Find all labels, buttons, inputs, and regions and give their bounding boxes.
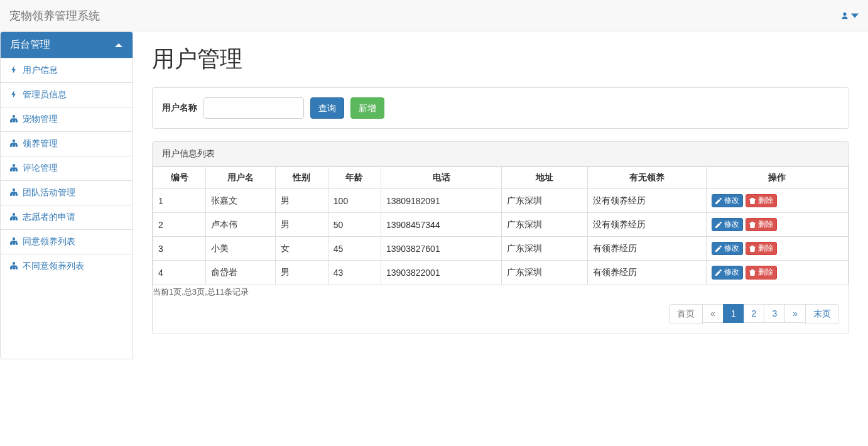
search-input[interactable] xyxy=(203,97,304,119)
sidebar-link[interactable]: 领养管理 xyxy=(1,132,133,156)
delete-button[interactable]: 删除 xyxy=(746,194,777,207)
trash-icon xyxy=(749,246,756,252)
table-cell-address: 广东深圳 xyxy=(502,189,588,213)
edit-button[interactable]: 修改 xyxy=(712,242,743,255)
pagination-page[interactable]: 1 xyxy=(723,304,744,323)
sidebar-item: 同意领养列表 xyxy=(1,229,133,254)
pencil-icon xyxy=(715,246,722,252)
table-cell-gender: 男 xyxy=(275,261,328,285)
table-cell-age: 45 xyxy=(328,237,381,261)
table-cell-ops: 修改 删除 xyxy=(706,189,848,213)
edit-button-label: 修改 xyxy=(724,219,739,230)
pagination-next[interactable]: » xyxy=(784,304,806,323)
table-cell-phone: 13809182091 xyxy=(381,189,502,213)
table-cell-address: 广东深圳 xyxy=(502,237,588,261)
sitemap-icon xyxy=(10,212,18,222)
table-cell-username: 卢本伟 xyxy=(206,213,275,237)
navbar: 宠物领养管理系统 xyxy=(0,0,868,31)
table-cell-adoption: 有领养经历 xyxy=(587,237,706,261)
sidebar-link[interactable]: 管理员信息 xyxy=(1,83,133,107)
sidebar-item-label: 团队活动管理 xyxy=(23,187,75,199)
sidebar-item-label: 志愿者的申请 xyxy=(23,212,75,223)
table-cell-adoption: 没有领养经历 xyxy=(587,213,706,237)
edit-button[interactable]: 修改 xyxy=(712,266,743,279)
sitemap-icon xyxy=(10,237,18,247)
pagination-first[interactable]: 首页 xyxy=(669,304,703,324)
chevron-up-icon xyxy=(114,41,123,50)
pagination-last[interactable]: 末页 xyxy=(805,304,839,324)
sidebar-item-label: 管理员信息 xyxy=(23,89,67,101)
table-cell-username: 小美 xyxy=(206,237,275,261)
table-column-header: 地址 xyxy=(502,167,588,189)
sidebar-item: 用户信息 xyxy=(1,58,133,82)
delete-button[interactable]: 删除 xyxy=(746,266,777,279)
table-cell-gender: 女 xyxy=(275,237,328,261)
sitemap-icon xyxy=(10,188,18,198)
table-row: 4俞岱岩男4313903822001广东深圳有领养经历修改 删除 xyxy=(153,261,849,285)
table-column-header: 性别 xyxy=(275,167,328,189)
table-column-header: 用户名 xyxy=(206,167,275,189)
table-row: 3小美女4513903827601广东深圳有领养经历修改 删除 xyxy=(153,237,849,261)
table-cell-id: 1 xyxy=(153,189,206,213)
search-button[interactable]: 查询 xyxy=(310,97,344,119)
sidebar-link[interactable]: 同意领养列表 xyxy=(1,230,133,254)
flash-icon xyxy=(10,90,18,100)
sidebar-link[interactable]: 志愿者的申请 xyxy=(1,205,133,229)
sidebar-link[interactable]: 用户信息 xyxy=(1,58,133,82)
sidebar-item: 不同意领养列表 xyxy=(1,254,133,278)
edit-button-label: 修改 xyxy=(724,243,739,254)
table-cell-id: 2 xyxy=(153,213,206,237)
table-cell-age: 50 xyxy=(328,213,381,237)
delete-button[interactable]: 删除 xyxy=(746,242,777,255)
sidebar-item: 团队活动管理 xyxy=(1,180,133,205)
table-cell-gender: 男 xyxy=(275,213,328,237)
pagination-prev[interactable]: « xyxy=(702,304,724,323)
edit-button[interactable]: 修改 xyxy=(712,218,743,231)
sidebar-link[interactable]: 不同意领养列表 xyxy=(1,254,133,278)
table-column-header: 年龄 xyxy=(328,167,381,189)
table-cell-address: 广东深圳 xyxy=(502,213,588,237)
edit-button[interactable]: 修改 xyxy=(712,194,743,207)
sitemap-icon xyxy=(10,163,18,173)
user-menu[interactable] xyxy=(841,12,859,19)
table-cell-username: 俞岱岩 xyxy=(206,261,275,285)
table-cell-ops: 修改 删除 xyxy=(706,237,848,261)
table-column-header: 电话 xyxy=(381,167,502,189)
sidebar: 后台管理 用户信息管理员信息宠物管理领养管理评论管理团队活动管理志愿者的申请同意… xyxy=(0,31,133,359)
pagination-page[interactable]: 2 xyxy=(744,304,765,323)
sidebar-item-label: 不同意领养列表 xyxy=(23,261,84,272)
table-cell-address: 广东深圳 xyxy=(502,261,588,285)
table-column-header: 操作 xyxy=(706,167,848,189)
sidebar-item-label: 同意领养列表 xyxy=(23,236,75,247)
sidebar-link[interactable]: 评论管理 xyxy=(1,156,133,180)
table-cell-adoption: 有领养经历 xyxy=(587,261,706,285)
sidebar-item-label: 领养管理 xyxy=(23,138,58,150)
delete-button[interactable]: 删除 xyxy=(746,218,777,231)
pagination: 首页«123»末页 xyxy=(162,304,839,324)
edit-button-label: 修改 xyxy=(724,267,739,278)
add-button[interactable]: 新增 xyxy=(350,97,384,119)
sidebar-link[interactable]: 宠物管理 xyxy=(1,107,133,131)
pencil-icon xyxy=(715,269,722,276)
pagination-page[interactable]: 3 xyxy=(764,304,785,323)
navbar-brand[interactable]: 宠物领养管理系统 xyxy=(9,8,100,23)
table-cell-phone: 13908457344 xyxy=(381,213,502,237)
sidebar-item-label: 评论管理 xyxy=(23,163,58,174)
sidebar-heading[interactable]: 后台管理 xyxy=(1,32,133,58)
table-cell-adoption: 没有领养经历 xyxy=(587,189,706,213)
table-row: 1张嘉文男10013809182091广东深圳没有领养经历修改 删除 xyxy=(153,189,849,213)
sidebar-item-label: 宠物管理 xyxy=(23,114,58,125)
table-cell-phone: 13903827601 xyxy=(381,237,502,261)
sidebar-item: 志愿者的申请 xyxy=(1,205,133,229)
search-panel: 用户名称 查询 新增 xyxy=(152,87,849,129)
sidebar-link[interactable]: 团队活动管理 xyxy=(1,181,133,205)
table-panel: 用户信息列表 编号用户名性别年龄电话地址有无领养操作 1张嘉文男10013809… xyxy=(152,141,849,334)
sitemap-icon xyxy=(10,114,18,124)
table-cell-age: 43 xyxy=(328,261,381,285)
table-cell-ops: 修改 删除 xyxy=(706,213,848,237)
table-cell-age: 100 xyxy=(328,189,381,213)
sidebar-item-label: 用户信息 xyxy=(23,65,58,76)
sidebar-item: 宠物管理 xyxy=(1,107,133,131)
table-column-header: 有无领养 xyxy=(587,167,706,189)
pagination-info: 当前1页,总3页,总11条记录 xyxy=(153,286,849,298)
